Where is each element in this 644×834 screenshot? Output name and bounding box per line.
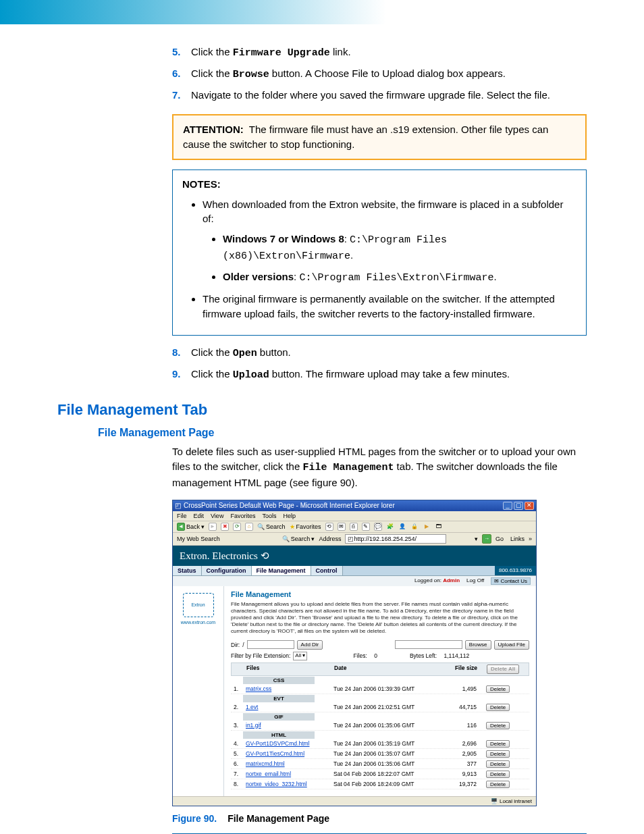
- close-button[interactable]: ✕: [525, 502, 534, 510]
- search-toolbar-button[interactable]: 🔍Search ▾: [282, 536, 315, 542]
- address-bar: My Web Search 🔍Search ▾ Address ◰ http:/…: [173, 533, 536, 546]
- file-link[interactable]: in1.gif: [246, 722, 261, 729]
- tab-control[interactable]: Control: [311, 566, 343, 575]
- main-panel: File Management File Management allows y…: [224, 586, 536, 796]
- edit-button[interactable]: ✎: [362, 523, 370, 531]
- file-size: 9,913: [432, 769, 479, 779]
- table-row: 3.in1.gifTue 24 Jan 2006 01:35:06 GMT116…: [231, 721, 529, 731]
- filter-label: Filter by File Extension:: [231, 652, 290, 659]
- step-list-1: 5.Click the Firmware Upgrade link. 6.Cli…: [172, 45, 587, 102]
- history-button[interactable]: ⟲: [325, 523, 333, 531]
- subsection-heading: File Management Page: [98, 427, 587, 439]
- step-text: Click the Open button.: [191, 345, 587, 361]
- file-date: Tue 24 Jan 2006 01:35:07 GMT: [331, 749, 432, 758]
- file-date: Sat 04 Feb 2006 18:24:09 GMT: [331, 779, 432, 789]
- add-dir-button[interactable]: Add Dir: [297, 640, 323, 650]
- tool-icon[interactable]: ▶: [423, 523, 431, 531]
- tool-icon[interactable]: 👤: [398, 523, 406, 531]
- file-link[interactable]: nortxe_video_3232.html: [246, 781, 307, 787]
- menu-item-edit[interactable]: Edit: [194, 513, 205, 519]
- top-accent-stripe: [0, 0, 644, 24]
- file-link[interactable]: GV-Port1DSVPCmd.html: [246, 740, 309, 747]
- attention-callout: ATTENTION: The firmware file must have a…: [172, 114, 587, 160]
- ie-page-icon: ◰: [175, 502, 181, 509]
- delete-button[interactable]: Delete: [486, 771, 510, 778]
- file-link[interactable]: GV-Port1TiesCmd.html: [246, 750, 304, 757]
- file-link[interactable]: matrixcmd.html: [246, 760, 285, 767]
- address-dropdown-icon[interactable]: ▾: [475, 536, 478, 542]
- delete-button[interactable]: Delete: [486, 704, 510, 711]
- upload-file-button[interactable]: Upload File: [494, 640, 529, 650]
- home-button[interactable]: ⌂: [245, 523, 253, 531]
- delete-all-button[interactable]: Delete All: [487, 664, 519, 674]
- menu-item-tools[interactable]: Tools: [262, 513, 276, 519]
- search-button[interactable]: 🔍Search: [257, 523, 286, 530]
- favorites-button[interactable]: ★Favorites: [290, 523, 321, 530]
- step-num: 6.: [172, 66, 191, 82]
- file-date: Tue 24 Jan 2006 01:35:06 GMT: [331, 721, 432, 730]
- filter-select[interactable]: All ▾: [293, 652, 307, 660]
- brand-banner: Extron. Electronics ⟲: [173, 546, 536, 566]
- file-size: 19,372: [432, 779, 479, 789]
- minimize-button[interactable]: _: [503, 502, 512, 510]
- file-group-header: EVT: [243, 695, 315, 702]
- menu-item-favorites[interactable]: Favorites: [230, 513, 255, 519]
- file-link[interactable]: 1.evt: [246, 704, 258, 710]
- tab-file-management[interactable]: File Management: [252, 566, 311, 575]
- refresh-button[interactable]: ⟳: [233, 523, 241, 531]
- figure-screenshot: ◰CrossPoint Series Default Web Page - Mi…: [172, 500, 587, 806]
- files-count-value: 0: [374, 652, 377, 659]
- table-row: 6.matrixcmd.htmlTue 24 Jan 2006 01:35:06…: [231, 759, 529, 769]
- tool-icon[interactable]: 🗔: [435, 523, 443, 531]
- address-input[interactable]: ◰ http://192.168.254.254/: [345, 534, 446, 544]
- go-button[interactable]: →: [482, 534, 491, 544]
- notes-subitem: Windows 7 or Windows 8: C:\Program Files…: [223, 232, 576, 264]
- mail-button[interactable]: ✉: [338, 523, 346, 531]
- file-date: Tue 24 Jan 2006 01:35:19 GMT: [331, 739, 432, 748]
- delete-button[interactable]: Delete: [486, 750, 510, 758]
- col-files: Files: [244, 663, 331, 675]
- contact-link[interactable]: ✉ Contact Us: [491, 577, 531, 585]
- tab-configuration[interactable]: Configuration: [202, 566, 252, 575]
- tab-status[interactable]: Status: [173, 566, 202, 575]
- step-list-2: 8.Click the Open button. 9.Click the Upl…: [172, 345, 587, 383]
- print-button[interactable]: ⎙: [350, 523, 358, 531]
- menu-item-file[interactable]: File: [177, 513, 187, 519]
- files-count-label: Files:: [353, 652, 367, 659]
- menu-item-view[interactable]: View: [211, 513, 223, 519]
- file-size: 2,696: [432, 739, 479, 748]
- upload-path-input[interactable]: [395, 640, 462, 649]
- delete-button[interactable]: Delete: [486, 685, 510, 693]
- menu-item-help[interactable]: Help: [283, 513, 296, 519]
- panel-description: File Management allows you to upload and…: [231, 601, 529, 635]
- links-label[interactable]: Links: [510, 536, 525, 542]
- step-num: 7.: [172, 88, 191, 103]
- stop-button[interactable]: ✖: [221, 523, 229, 531]
- file-link[interactable]: nortxe_email.html: [246, 771, 291, 777]
- row-index: 3.: [231, 721, 243, 730]
- tool-icon[interactable]: 🧩: [386, 523, 394, 531]
- sidebar-link[interactable]: www.extron.com: [181, 620, 215, 625]
- browse-button[interactable]: Browse: [465, 640, 491, 650]
- row-index: 2.: [231, 702, 243, 712]
- row-index: 6.: [231, 759, 243, 768]
- delete-button[interactable]: Delete: [486, 740, 510, 748]
- back-button[interactable]: ◄Back ▾: [177, 523, 205, 531]
- file-size: 377: [432, 759, 479, 768]
- file-link[interactable]: matrix.css: [246, 685, 271, 692]
- dir-input[interactable]: [247, 640, 294, 649]
- forward-button[interactable]: ►: [209, 523, 217, 531]
- delete-button[interactable]: Delete: [486, 760, 510, 768]
- logoff-link[interactable]: Log Off: [466, 577, 484, 585]
- delete-button[interactable]: Delete: [486, 722, 510, 729]
- delete-button[interactable]: Delete: [486, 781, 510, 788]
- tool-icon[interactable]: 🔒: [410, 523, 419, 531]
- file-size: 44,715: [432, 702, 479, 712]
- file-size: 1,495: [432, 684, 479, 694]
- extron-logo-icon: Extron: [183, 593, 214, 617]
- discuss-button[interactable]: 💬: [374, 523, 382, 531]
- table-row: 4.GV-Port1DSVPCmd.htmlTue 24 Jan 2006 01…: [231, 739, 529, 749]
- col-size: File size: [433, 663, 480, 675]
- maximize-button[interactable]: ▢: [514, 502, 523, 510]
- table-row: 2.1.evtTue 24 Jan 2006 21:02:51 GMT44,71…: [231, 702, 529, 712]
